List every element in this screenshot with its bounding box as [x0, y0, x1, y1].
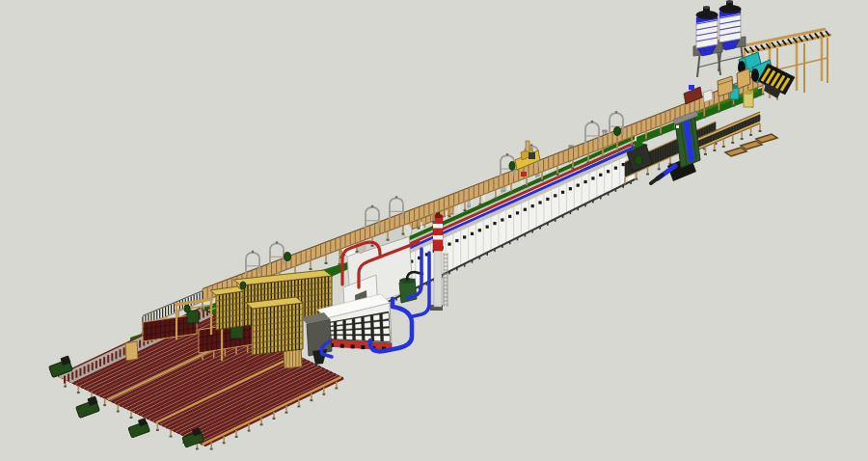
viewport-3d[interactable] — [0, 0, 868, 461]
scene-svg — [0, 0, 868, 461]
